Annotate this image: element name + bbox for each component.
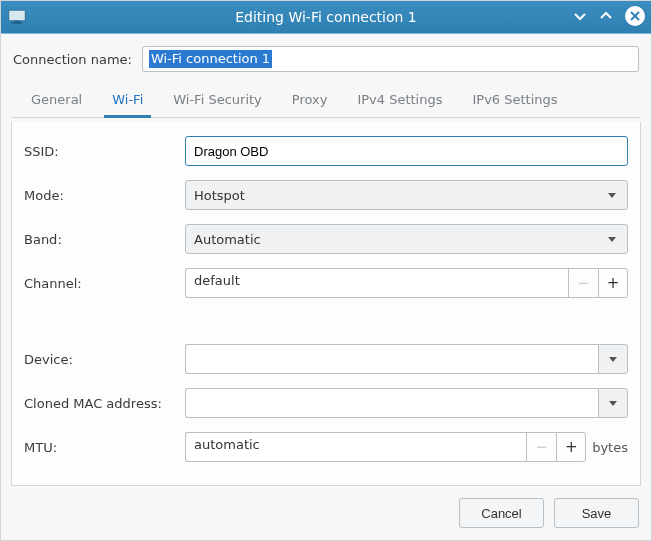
close-button[interactable] xyxy=(625,6,645,26)
device-label: Device: xyxy=(24,352,179,367)
titlebar: Editing Wi-Fi connection 1 xyxy=(1,1,651,34)
band-label: Band: xyxy=(24,232,179,247)
wifi-tab-page: SSID: Mode: Hotspot Band: Automatic Chan… xyxy=(11,122,641,486)
ssid-label: SSID: xyxy=(24,144,179,159)
device-value[interactable] xyxy=(185,344,598,374)
cloned-mac-label: Cloned MAC address: xyxy=(24,396,179,411)
tabbar: General Wi-Fi Wi-Fi Security Proxy IPv4 … xyxy=(11,84,641,118)
maximize-icon[interactable] xyxy=(599,9,613,23)
dialog-footer: Cancel Save xyxy=(1,486,651,540)
tab-wifi-security[interactable]: Wi-Fi Security xyxy=(167,84,268,117)
cancel-button[interactable]: Cancel xyxy=(459,498,544,528)
tab-ipv6[interactable]: IPv6 Settings xyxy=(467,84,564,117)
mtu-spin: automatic − + xyxy=(185,432,586,462)
mode-combo[interactable]: Hotspot xyxy=(185,180,628,210)
mode-value: Hotspot xyxy=(194,188,245,203)
tab-wifi[interactable]: Wi-Fi xyxy=(106,84,149,117)
band-value: Automatic xyxy=(194,232,261,247)
cloned-mac-dropdown-button[interactable] xyxy=(598,388,628,418)
device-combo[interactable] xyxy=(185,344,628,374)
svg-rect-1 xyxy=(14,21,20,23)
close-icon xyxy=(625,6,645,26)
connection-name-value: Wi-Fi connection 1 xyxy=(149,50,272,68)
connection-name-field[interactable]: Wi-Fi connection 1 xyxy=(142,46,639,72)
window-title: Editing Wi-Fi connection 1 xyxy=(1,9,651,25)
tab-general[interactable]: General xyxy=(25,84,88,117)
mtu-plus-button[interactable]: + xyxy=(556,432,586,462)
mtu-minus-button[interactable]: − xyxy=(526,432,556,462)
connection-name-row: Connection name: Wi-Fi connection 1 xyxy=(1,34,651,84)
cloned-mac-value[interactable] xyxy=(185,388,598,418)
monitor-icon xyxy=(7,8,27,26)
svg-rect-0 xyxy=(9,10,26,21)
mode-label: Mode: xyxy=(24,188,179,203)
tab-proxy[interactable]: Proxy xyxy=(286,84,334,117)
connection-name-label: Connection name: xyxy=(13,52,132,67)
mtu-suffix: bytes xyxy=(592,440,628,455)
tab-ipv4[interactable]: IPv4 Settings xyxy=(351,84,448,117)
channel-label: Channel: xyxy=(24,276,179,291)
channel-spin: default − + xyxy=(185,268,628,298)
channel-value[interactable]: default xyxy=(185,268,568,298)
svg-rect-2 xyxy=(12,22,23,24)
network-editor-window: Editing Wi-Fi connection 1 Connection na… xyxy=(0,0,652,541)
device-dropdown-button[interactable] xyxy=(598,344,628,374)
minimize-icon[interactable] xyxy=(573,9,587,23)
band-combo[interactable]: Automatic xyxy=(185,224,628,254)
mtu-value[interactable]: automatic xyxy=(185,432,526,462)
window-body: Connection name: Wi-Fi connection 1 Gene… xyxy=(1,34,651,540)
cloned-mac-combo[interactable] xyxy=(185,388,628,418)
window-controls xyxy=(573,6,645,26)
save-button[interactable]: Save xyxy=(554,498,639,528)
channel-minus-button[interactable]: − xyxy=(568,268,598,298)
ssid-field[interactable] xyxy=(185,136,628,166)
mtu-label: MTU: xyxy=(24,440,179,455)
channel-plus-button[interactable]: + xyxy=(598,268,628,298)
